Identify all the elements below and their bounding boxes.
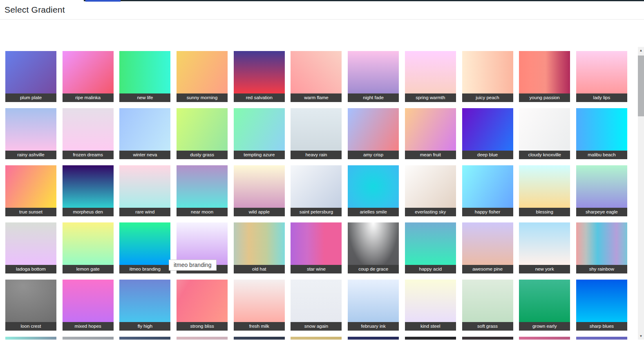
gradient-label: tempting azure (234, 151, 285, 159)
gradient-tile-unnamed[interactable] (405, 337, 456, 340)
gradient-swatch (576, 108, 627, 151)
gradient-tile-lemon-gate[interactable]: lemon gate (63, 222, 114, 273)
gradient-swatch (234, 51, 285, 93)
scroll-up-icon[interactable]: ▲ (638, 47, 644, 54)
gradient-swatch (177, 51, 228, 93)
gradient-tile-blessing[interactable]: blessing (519, 165, 570, 216)
gradient-tile-night-fade[interactable]: night fade (348, 51, 399, 102)
gradient-tile-grown-early[interactable]: grown early (519, 280, 570, 331)
gradient-tile-unnamed[interactable] (291, 337, 342, 340)
gradient-tile-juicy-peach[interactable]: juicy peach (462, 51, 513, 102)
gradient-tile-plum-plate[interactable]: plum plate (5, 51, 56, 102)
gradient-swatch (119, 108, 170, 151)
gradient-swatch (348, 280, 399, 322)
scrollbar-thumb[interactable] (638, 56, 644, 116)
gradient-label: red salvation (234, 93, 285, 102)
gradient-tile-dusty-grass[interactable]: dusty grass (177, 108, 228, 159)
gradient-tile-awesome-pine[interactable]: awesome pine (462, 222, 513, 273)
gradient-label: awesome pine (462, 265, 513, 273)
gradient-tile-unnamed[interactable] (348, 337, 399, 340)
gradient-label: spring warmth (405, 93, 456, 102)
gradient-tile-unnamed[interactable] (119, 337, 170, 340)
gradient-swatch (5, 337, 56, 340)
page-title: Select Gradient (4, 5, 65, 15)
gradient-tile-happy-fisher[interactable]: happy fisher (462, 165, 513, 216)
gradient-tile-shy-rainbow[interactable]: shy rainbow (576, 222, 627, 273)
gradient-tile-unnamed[interactable] (519, 337, 570, 340)
gradient-label: sharp blues (576, 322, 627, 331)
gradient-tile-warm-flame[interactable]: warm flame (291, 51, 342, 102)
gradient-tile-deep-blue[interactable]: deep blue (462, 108, 513, 159)
gradient-tile-soft-grass[interactable]: soft grass (462, 280, 513, 331)
vertical-scrollbar[interactable]: ▲ ▼ (638, 47, 644, 340)
gradient-tile-sharpeye-eagle[interactable]: sharpeye eagle (576, 165, 627, 216)
gradient-label: young passion (519, 93, 570, 102)
gradient-tile-february-ink[interactable]: february ink (348, 280, 399, 331)
gradient-tile-loon-crest[interactable]: loon crest (5, 280, 56, 331)
gradient-label: winter neva (119, 151, 170, 159)
gradient-tile-malibu-beach[interactable]: malibu beach (576, 108, 627, 159)
gradient-tile-unnamed[interactable] (177, 337, 228, 340)
gradient-swatch (291, 222, 342, 265)
gradient-label: night fade (348, 93, 399, 102)
gradient-tile-fresh-milk[interactable]: fresh milk (234, 280, 285, 331)
gradient-label: fresh milk (234, 322, 285, 331)
gradient-swatch (405, 337, 456, 340)
gradient-tile-strong-bliss[interactable]: strong bliss (177, 280, 228, 331)
gradient-tile-mean-fruit[interactable]: mean fruit (405, 108, 456, 159)
gradient-tile-true-sunset[interactable]: true sunset (5, 165, 56, 216)
gradient-label: lady lips (576, 93, 627, 102)
gradient-tile-lady-lips[interactable]: lady lips (576, 51, 627, 102)
gradient-swatch (348, 51, 399, 93)
gradient-tile-fly-high[interactable]: fly high (119, 280, 170, 331)
gradient-tile-heavy-rain[interactable]: heavy rain (291, 108, 342, 159)
gradient-tile-amy-crisp[interactable]: amy crisp (348, 108, 399, 159)
gradient-swatch (177, 222, 228, 265)
gradient-tile-sunny-morning[interactable]: sunny morning (177, 51, 228, 102)
scroll-down-icon[interactable]: ▼ (638, 333, 644, 340)
gradient-tile-wild-apple[interactable]: wild apple (234, 165, 285, 216)
gradient-tile-unnamed[interactable] (63, 337, 114, 340)
gradient-tile-new-life[interactable]: new life (119, 51, 170, 102)
gradient-tile-star-wine[interactable]: star wine (291, 222, 342, 273)
gradient-tile-spring-warmth[interactable]: spring warmth (405, 51, 456, 102)
gradient-tile-arielles-smile[interactable]: arielles smile (348, 165, 399, 216)
gradient-swatch (234, 222, 285, 265)
gradient-swatch (177, 165, 228, 208)
gradient-tile-tempting-azure[interactable]: tempting azure (234, 108, 285, 159)
gradient-tile-unnamed[interactable] (462, 337, 513, 340)
gradient-tile-unnamed[interactable] (234, 337, 285, 340)
gradient-tile-new-york[interactable]: new york (519, 222, 570, 273)
gradient-swatch (291, 51, 342, 93)
gradient-tile-rare-wind[interactable]: rare wind (119, 165, 170, 216)
gradient-tile-frozen-dreams[interactable]: frozen dreams (63, 108, 114, 159)
gradient-tile-near-moon[interactable]: near moon (177, 165, 228, 216)
gradient-tile-kind-steel[interactable]: kind steel (405, 280, 456, 331)
gradient-swatch (5, 51, 56, 93)
gradient-tile-coup-de-grace[interactable]: coup de grace (348, 222, 399, 273)
gradient-tile-red-salvation[interactable]: red salvation (234, 51, 285, 102)
gradient-tile-rainy-ashville[interactable]: rainy ashville (5, 108, 56, 159)
gradient-tile-snow-again[interactable]: snow again (291, 280, 342, 331)
gradient-swatch (405, 165, 456, 208)
gradient-tile-cloudy-knoxville[interactable]: cloudy knoxville (519, 108, 570, 159)
gradient-tile-unnamed[interactable] (5, 337, 56, 340)
gradient-swatch (348, 165, 399, 208)
gradient-tile-saint-petersburg[interactable]: saint petersburg (291, 165, 342, 216)
gradient-tile-unnamed[interactable] (576, 337, 627, 340)
gradient-swatch (576, 51, 627, 93)
gradient-tile-winter-neva[interactable]: winter neva (119, 108, 170, 159)
gradient-tile-everlasting-sky[interactable]: everlasting sky (405, 165, 456, 216)
gradient-tile-itmeo-branding[interactable]: itmeo branding (119, 222, 170, 273)
gradient-tile-morpheus-den[interactable]: morpheus den (63, 165, 114, 216)
gradient-tile-sharp-blues[interactable]: sharp blues (576, 280, 627, 331)
gradient-tile-young-passion[interactable]: young passion (519, 51, 570, 102)
gradient-tile-ripe-malinka[interactable]: ripe malinka (63, 51, 114, 102)
gradient-swatch (63, 222, 114, 265)
gradient-label: heavy rain (291, 151, 342, 159)
gradient-tile-old-hat[interactable]: old hat (234, 222, 285, 273)
gradient-swatch (234, 280, 285, 322)
gradient-tile-happy-acid[interactable]: happy acid (405, 222, 456, 273)
gradient-tile-mixed-hopes[interactable]: mixed hopes (63, 280, 114, 331)
gradient-tile-ladoga-bottom[interactable]: ladoga bottom (5, 222, 56, 273)
